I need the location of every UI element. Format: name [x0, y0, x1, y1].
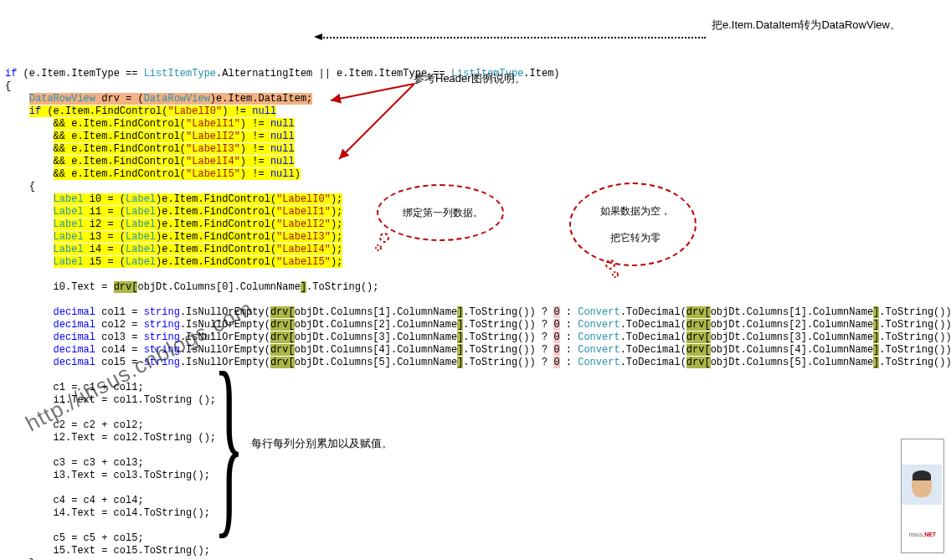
code-token: .ToString());	[879, 357, 951, 368]
code-token: objDt.Columns[4].ColumnName	[711, 344, 873, 356]
code-token: if	[29, 105, 41, 117]
code-token: "LabelI5"	[186, 168, 240, 180]
code-token: "LabelI0"	[276, 193, 331, 205]
code-token: objDt.Columns[3].ColumnName	[295, 331, 457, 343]
code-token: i3 = (	[84, 231, 126, 243]
code-token: .ToString();	[306, 281, 378, 293]
code-token: :	[560, 357, 578, 368]
svg-point-4	[606, 260, 614, 269]
code-token: null	[252, 105, 276, 117]
brace: {	[5, 80, 11, 92]
code-token: )e.Item.FindControl(	[156, 244, 276, 255]
code-token: string	[144, 319, 180, 331]
code-token: if	[5, 68, 17, 80]
code-token: )	[295, 168, 301, 180]
code-token: .ToDecimal(	[620, 344, 686, 356]
code-token: i2 = (	[84, 218, 126, 230]
code-token: ) !=	[222, 105, 252, 117]
code-token: decimal	[54, 319, 95, 331]
bubble-tail-icon	[600, 258, 625, 283]
code-token: Label	[126, 244, 156, 255]
arrow-head-icon	[314, 33, 322, 40]
code-token: col1 =	[101, 306, 143, 318]
code-token: Label	[54, 206, 84, 218]
code-token: c3 = c3 + col3;	[54, 457, 144, 469]
code-token: drv[	[114, 281, 138, 293]
code-token: .ToDecimal(	[620, 331, 686, 343]
avatar-tag: insus.NET	[902, 530, 943, 540]
code-token: "LabelI5"	[276, 256, 331, 268]
svg-line-1	[339, 84, 414, 159]
annotation-accumulate: 每行每列分别累加以及赋值。	[251, 437, 393, 450]
code-token: .Item)	[523, 68, 559, 80]
code-token: decimal	[54, 306, 95, 318]
code-token: Label	[54, 218, 84, 230]
code-token: e.Item.FindControl(	[71, 143, 186, 155]
code-token: string	[144, 306, 180, 318]
code-token: i2.Text = col2.ToString ();	[54, 432, 216, 444]
code-token: i4.Text = col4.ToString();	[54, 507, 210, 519]
code-token: .ToString()) ?	[463, 319, 553, 331]
code-token: .ToString());	[879, 319, 951, 331]
code-token: e.Item.FindControl(	[71, 156, 186, 167]
code-token: Convert	[578, 357, 619, 368]
code-token: col3 =	[101, 331, 143, 343]
code-token: drv[	[270, 344, 295, 356]
code-token: &&	[54, 118, 72, 130]
code-token: );	[331, 193, 342, 205]
code-token: Label	[54, 244, 84, 255]
avatar-photo	[902, 465, 942, 505]
code-token: drv[	[270, 306, 295, 318]
svg-point-5	[613, 272, 618, 277]
code-token: objDt.Columns[3].ColumnName	[711, 331, 873, 343]
code-token: ) !=	[240, 131, 270, 142]
code-token: drv[	[270, 319, 295, 331]
annotation-header-ref: 参考Header图例说明。	[414, 72, 526, 85]
code-token: )e.Item.DataItem;	[210, 93, 312, 105]
code-token: objDt.Columns[4].ColumnName	[295, 344, 457, 356]
code-token: ListItemType	[144, 68, 216, 80]
code-token: objDt.Columns[2].ColumnName	[711, 319, 873, 331]
code-token: 0	[553, 319, 559, 331]
code-token: "LabelI1"	[276, 206, 331, 218]
code-token: null	[270, 143, 295, 155]
code-token: e.Item.FindControl(	[71, 118, 186, 130]
bubble-bind-first-col: 绑定第一列数据。	[377, 184, 504, 241]
code-token: (e.Item.FindControl(	[41, 105, 167, 117]
code-token: Label	[126, 206, 156, 218]
code-token: "LabelI2"	[186, 131, 240, 142]
code-token: );	[331, 244, 342, 255]
code-token: 0	[553, 344, 559, 356]
code-token: decimal	[54, 357, 95, 368]
code-token: i5.Text = col5.ToString();	[54, 545, 210, 557]
code-token: drv[	[686, 306, 711, 318]
code-token: "LabelI3"	[186, 143, 240, 155]
bubble-text: 如果数据为空，	[600, 205, 671, 217]
code-token: )e.Item.FindControl(	[156, 231, 276, 243]
curly-brace-icon: }	[213, 342, 244, 545]
code-token: 0	[553, 357, 559, 368]
svg-point-2	[380, 234, 388, 242]
code-token: .ToString());	[879, 306, 951, 318]
code-token: Convert	[578, 306, 619, 318]
code-token: ) !=	[240, 156, 270, 167]
code-token: Label	[126, 218, 156, 230]
code-token: c2 = c2 + col2;	[54, 419, 144, 431]
code-token: drv[	[270, 331, 295, 343]
code-token: :	[560, 319, 578, 331]
bubble-text: 绑定第一列数据。	[403, 207, 483, 218]
code-token: null	[270, 168, 295, 180]
code-token: drv[	[686, 357, 711, 368]
annotation-datarowview: 把e.Item.DataItem转为DataRowView。	[712, 18, 901, 31]
code-token: Label	[54, 193, 84, 205]
code-token: i3.Text = col3.ToString();	[54, 470, 210, 481]
code-token: objDt.Columns[1].ColumnName	[711, 306, 873, 318]
code-token: objDt.Columns[1].ColumnName	[295, 306, 457, 318]
code-token: .ToString()) ?	[463, 357, 553, 368]
brace: {	[29, 181, 35, 193]
code-token: decimal	[54, 344, 95, 356]
code-token: .ToDecimal(	[620, 357, 686, 368]
bubble-null-to-zero: 如果数据为空， 把它转为零	[569, 182, 697, 266]
code-token: Label	[126, 193, 156, 205]
code-token: i5 = (	[84, 256, 126, 268]
